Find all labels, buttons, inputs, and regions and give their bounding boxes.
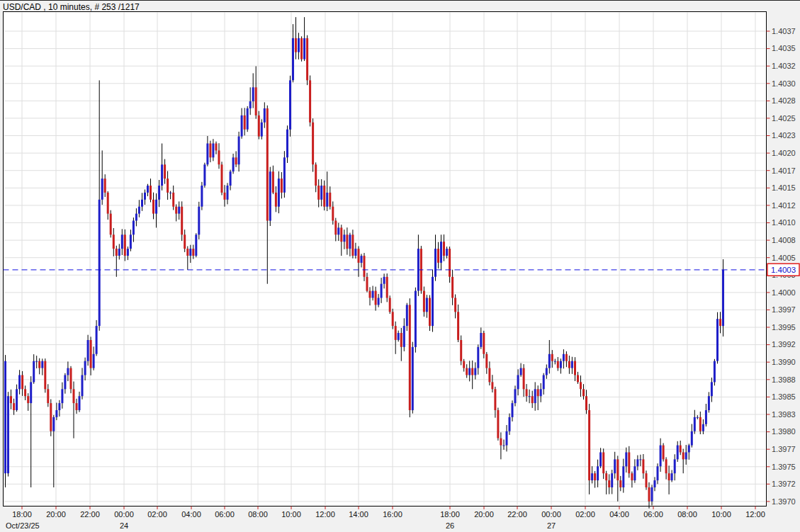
candle-body-down [281, 179, 283, 193]
candle-body-down [494, 389, 496, 410]
candle-body-down [565, 354, 568, 361]
candle-body-down [317, 186, 320, 200]
y-axis-label: 1.3977 [772, 445, 796, 453]
x-axis-time-label: 18:00 [440, 510, 460, 519]
candle-body-up [546, 368, 548, 375]
candle-body-up [247, 108, 249, 130]
candle-body-up [708, 396, 710, 410]
candle-body-up [622, 466, 624, 487]
candle-body-down [300, 38, 303, 60]
candle-body-down [47, 389, 49, 403]
candle-body-up [278, 179, 280, 207]
candle-body-up [61, 389, 63, 403]
candle-body-up [169, 193, 171, 193]
candle-body-up [688, 446, 690, 453]
y-axis-label: 1.3970 [772, 497, 796, 506]
x-axis-time-label: 06:00 [643, 510, 663, 519]
candle-body-down [116, 249, 118, 256]
candle-body-down [466, 368, 468, 375]
x-axis-time-label: 04:00 [181, 510, 201, 519]
candle-body-down [152, 200, 154, 214]
candle-body-up [135, 214, 137, 221]
candle-body-up [303, 38, 305, 60]
candle-body-down [209, 144, 211, 158]
y-axis-label: 1.4000 [772, 288, 796, 297]
candle-body-up [138, 207, 140, 214]
candle-body-up [201, 186, 203, 207]
candle-body-down [38, 361, 40, 368]
candle-body-down [10, 396, 12, 403]
candle-body-down [585, 396, 587, 410]
candle-body-down [13, 403, 15, 410]
candle-body-down [460, 340, 462, 361]
candle-body-down [346, 234, 348, 249]
candle-body-up [195, 234, 197, 256]
candle-body-down [332, 207, 334, 221]
candle-body-up [7, 396, 9, 473]
x-axis-time-label: 10:00 [281, 510, 301, 519]
x-axis-time-label: 18:00 [12, 510, 32, 519]
candle-body-up [96, 326, 98, 354]
candle-body-down [375, 291, 377, 305]
candle-body-down [386, 277, 388, 298]
candle-body-down [315, 164, 317, 186]
candle-body-down [454, 298, 456, 312]
y-axis-label: 1.3992 [772, 340, 796, 349]
candle-body-up [529, 396, 531, 397]
candle-body-up [286, 130, 288, 158]
candle-body-up [283, 157, 286, 192]
candle-body-down [646, 473, 648, 487]
candle-body-up [503, 446, 505, 446]
candlestick-chart-canvas[interactable]: 1.40371.40351.40321.40301.40281.40251.40… [0, 0, 800, 532]
candle-body-down [175, 207, 177, 214]
y-axis-label: 1.4015 [772, 183, 796, 192]
candle-body-up [55, 410, 57, 417]
y-axis-label: 1.4005 [772, 254, 796, 262]
candle-body-up [654, 480, 656, 487]
candle-body-up [158, 186, 160, 200]
y-axis-label: 1.4035 [772, 44, 796, 52]
candle-body-down [44, 361, 46, 390]
x-axis: 18:0020:0022:0000:0002:0004:0006:0008:00… [6, 506, 765, 530]
candle-body-down [602, 453, 604, 474]
candle-body-down [551, 354, 553, 361]
candle-body-down [568, 361, 570, 368]
candle-body-up [509, 417, 511, 431]
candle-body-down [389, 298, 391, 312]
candle-body-up [716, 319, 719, 361]
candle-body-down [224, 193, 226, 200]
price-chart[interactable]: 1.40371.40351.40321.40301.40281.40251.40… [0, 0, 800, 532]
candle-body-down [358, 249, 360, 263]
x-axis-time-label: 22:00 [507, 510, 527, 519]
candle-body-up [320, 186, 322, 200]
candle-body-up [599, 453, 602, 467]
y-axis-label: 1.3983 [772, 410, 796, 419]
candle-body-up [639, 459, 641, 460]
candle-body-up [58, 403, 60, 410]
candle-body-up [289, 80, 291, 129]
candle-body-up [548, 354, 551, 368]
candle-body-down [580, 382, 582, 389]
x-axis-time-label: 04:00 [609, 510, 629, 519]
x-axis-time-label: 00:00 [114, 510, 134, 519]
candle-body-down [537, 389, 539, 396]
candle-body-up [512, 403, 514, 417]
candle-body-up [657, 466, 659, 480]
candle-body-down [497, 410, 499, 438]
candle-body-up [161, 164, 163, 186]
candle-body-up [16, 389, 18, 410]
x-axis-time-label: 20:00 [474, 510, 494, 519]
candle-body-down [70, 368, 72, 390]
candle-body-up [155, 200, 157, 214]
candle-body-down [334, 221, 337, 235]
candle-body-down [235, 157, 237, 164]
candle-body-up [241, 115, 243, 137]
candle-body-up [326, 193, 328, 207]
candle-body-up [474, 368, 476, 375]
candle-body-up [354, 249, 356, 256]
x-axis-date-label: 27 [547, 521, 556, 530]
candle-body-up [249, 101, 252, 108]
candle-body-down [500, 438, 502, 446]
candle-body-down [557, 361, 559, 368]
candle-body-down [631, 473, 633, 480]
